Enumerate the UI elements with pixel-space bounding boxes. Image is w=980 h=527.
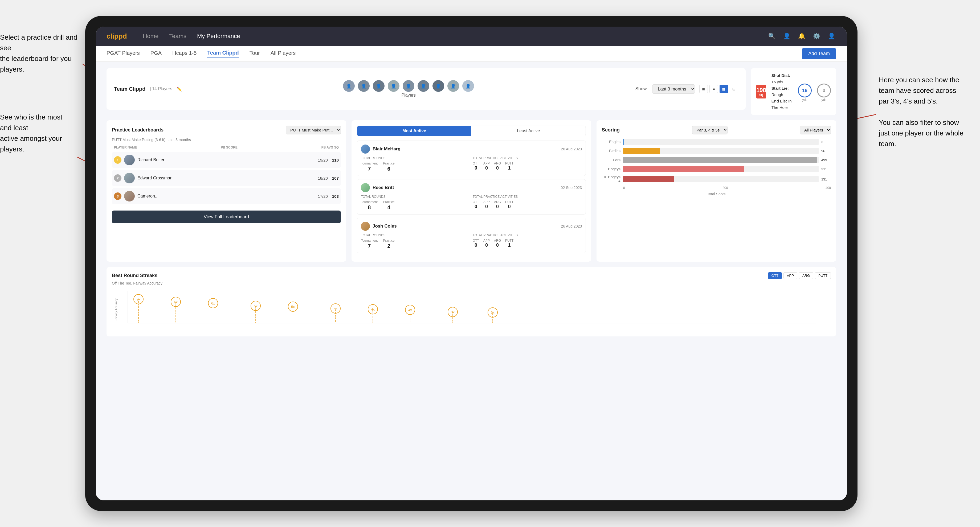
settings-icon[interactable]: ⚙️ [812,32,821,41]
bar-track-birdies [623,148,819,154]
search-icon[interactable]: 🔍 [767,32,776,41]
subnav-hcaps[interactable]: Hcaps 1-5 [172,50,197,57]
svg-text:4x: 4x [408,308,412,312]
avatar[interactable]: 👤 [373,80,385,92]
bar-fill-eagles [623,139,624,145]
shot-badge-label: SQ [759,94,763,97]
bar-label-pars: Pars [602,158,620,162]
total-shots-label: Total Shots [602,192,831,196]
show-dropdown[interactable]: Last 3 months [652,84,695,94]
shot-yds: 16 yds 0 yds [798,84,831,102]
player-card-rees: Rees Britt 02 Sep 2023 Total Rounds Tour… [357,179,586,214]
view-leaderboard-button[interactable]: View Full Leaderboard [112,211,341,223]
player-avatar-blair [361,144,370,154]
tab-least-active[interactable]: Least Active [471,126,585,136]
lb-score-2: 18/20 [318,176,328,181]
view-table-icon[interactable]: ⊟ [730,85,738,93]
player-name-blair: Blair McHarg [372,146,401,152]
stats-grid-rees: Total Rounds Tournament 8 Practice 4 [361,195,582,211]
shot-circle-1: 16 [798,84,812,97]
subnav-allplayers[interactable]: All Players [270,50,296,57]
nav-items: Home Teams My Performance [143,33,767,40]
add-team-button[interactable]: Add Team [802,48,836,59]
lb-table-header: PLAYER NAME PB SCORE PB AVG SQ [112,146,341,149]
shot-badge: 198 SQ [756,85,766,98]
lb-card-header: Practice Leaderboards PUTT Must Make Put… [112,125,341,135]
streaks-btn-putt[interactable]: PUTT [815,272,831,279]
streaks-title: Best Round Streaks [112,273,158,278]
bar-row-pars: Pars 499 [602,157,831,163]
bar-label-dbogeys: 0. Bogeys + [602,175,620,183]
bar-row-birdies: Birdies 96 [602,148,831,154]
player-name-row-josh: Josh Coles [361,222,397,231]
subnav-teamclippd[interactable]: Team Clippd [207,50,239,57]
stat-app-rees: APP 0 [483,200,490,210]
drill-select[interactable]: PUTT Must Make Putt... [286,125,341,135]
players-row: 👤 👤 👤 👤 👤 👤 👤 👤 👤 [343,80,474,92]
streaks-btn-app[interactable]: APP [783,272,797,279]
stats-row-rounds: Tournament 7 Practice 6 [361,162,470,172]
scoring-filter-holes[interactable]: Par 3, 4 & 5s [692,125,727,135]
streaks-btn-ott[interactable]: OTT [768,272,782,279]
avatar[interactable]: 👤 [418,80,429,92]
edit-icon[interactable]: ✏️ [177,86,182,92]
end-lie: End Lie: In The Hole [772,98,792,111]
player-avatar-rees [361,183,370,192]
player-name-row-rees: Rees Britt [361,183,394,192]
player-avatar-josh [361,222,370,231]
shot-yds-label-2: yds [822,98,827,102]
avatar[interactable]: 👤 [358,80,370,92]
subnav-pgat[interactable]: PGAT Players [107,50,140,57]
lb-col-score: PB SCORE [221,146,237,149]
bar-label-eagles: Eagles [602,140,620,144]
view-icons: ⊞ ≡ ▦ ⊟ [699,85,738,93]
stat-practice-rees: Practice 4 [383,200,395,211]
nav-item-teams[interactable]: Teams [169,33,186,40]
scoring-filter-players[interactable]: All Players [800,125,831,135]
player-date-blair: 26 Aug 2023 [561,147,582,151]
practice-activities-rees: Total Practice Activities OTT 0 APP 0 [473,195,582,211]
subnav-pga[interactable]: PGA [151,50,162,57]
player-date-rees: 02 Sep 2023 [561,186,582,190]
svg-text:5x: 5x [254,304,258,308]
nav-item-home[interactable]: Home [143,33,159,40]
bar-track-bogeys [623,166,819,172]
view-cards-icon[interactable]: ▦ [719,85,728,93]
scoring-title: Scoring [602,127,620,133]
nav-item-myperformance[interactable]: My Performance [197,33,240,40]
practice-activities-section: Total Practice Activities OTT 0 APP 0 [473,156,582,172]
stat-ott: OTT 0 [473,162,479,171]
annotation-top-left: Select a practice drill and see the lead… [0,32,80,75]
view-grid-icon[interactable]: ⊞ [699,85,708,93]
stats-grid-blair: Total Rounds Tournament 7 Practice 6 [361,156,582,172]
subnav-tour[interactable]: Tour [250,50,260,57]
svg-text:3x: 3x [491,311,495,314]
stat-putt-josh: PUTT 1 [505,239,514,248]
avatar[interactable]: 👤 [447,80,459,92]
tablet-screen: clippd Home Teams My Performance 🔍 👤 🔔 ⚙… [96,27,847,500]
streaks-btn-arg[interactable]: ARG [799,272,813,279]
stat-ott-josh: OTT 0 [473,239,479,248]
bell-icon[interactable]: 🔔 [797,32,807,41]
show-controls: Show: Last 3 months ⊞ ≡ ▦ ⊟ [635,84,738,94]
practice-stats-rees: OTT 0 APP 0 ARG 0 [473,200,582,210]
user-avatar-icon[interactable]: 👤 [827,32,836,41]
avatar[interactable]: 👤 [462,80,474,92]
avatar[interactable]: 👤 [402,80,414,92]
nav-logo: clippd [107,32,127,40]
lb-col-avg: PB AVG SQ [321,146,339,149]
avatar[interactable]: 👤 [388,80,399,92]
stats-row-rees: Tournament 8 Practice 4 [361,200,470,211]
bar-track-eagles [623,139,819,145]
avatar[interactable]: 👤 [343,80,355,92]
person-icon[interactable]: 👤 [782,32,791,41]
lb-row: 3 Cameron... 17/20 103 [112,188,341,204]
nav-icons: 🔍 👤 🔔 ⚙️ 👤 [767,32,836,41]
avatar[interactable]: 👤 [433,80,444,92]
tab-most-active[interactable]: Most Active [357,126,471,136]
view-list-icon[interactable]: ≡ [710,85,718,93]
bar-row-bogeys: Bogeys 311 [602,166,831,172]
stat-arg-rees: ARG 0 [494,200,501,210]
stat-putt-rees: PUTT 0 [505,200,514,210]
team-title: Team Clippd [114,86,146,92]
